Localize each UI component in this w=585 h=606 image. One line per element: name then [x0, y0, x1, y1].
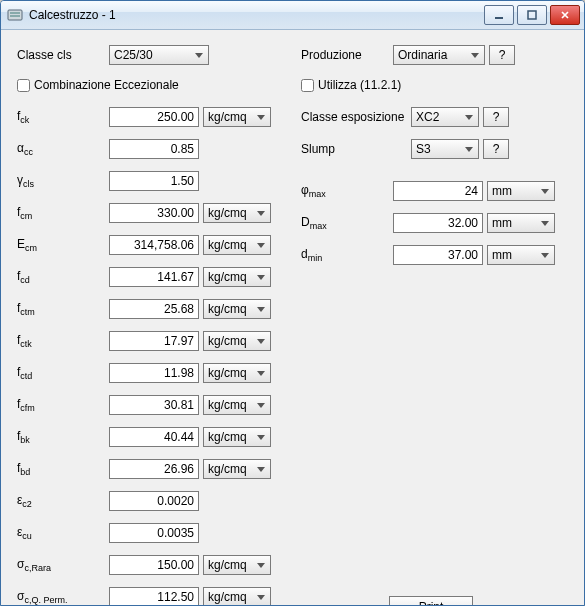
scqp-unit[interactable]: kg/cmq: [203, 587, 271, 606]
fbk-input[interactable]: [109, 427, 199, 447]
fcd-row: fcd kg/cmq: [17, 266, 277, 288]
fbd-input[interactable]: [109, 459, 199, 479]
fck-unit[interactable]: kg/cmq: [203, 107, 271, 127]
svg-rect-2: [10, 15, 20, 17]
acc-label: αcc: [17, 141, 109, 157]
classe-select[interactable]: C25/30: [109, 45, 209, 65]
ecm-row: Ecm kg/cmq: [17, 234, 277, 256]
dmax-row: Dmax mm: [301, 212, 561, 234]
svg-rect-1: [10, 12, 20, 14]
fcm-label: fcm: [17, 205, 109, 221]
fctk-input[interactable]: [109, 331, 199, 351]
dmin-input[interactable]: [393, 245, 483, 265]
fctk-unit[interactable]: kg/cmq: [203, 331, 271, 351]
fctm-input[interactable]: [109, 299, 199, 319]
maximize-button[interactable]: [517, 5, 547, 25]
phimax-row: φmax mm: [301, 180, 561, 202]
fbd-unit[interactable]: kg/cmq: [203, 459, 271, 479]
produzione-row: Produzione Ordinaria ?: [301, 44, 561, 66]
fctk-label: fctk: [17, 333, 109, 349]
scqp-input[interactable]: [109, 587, 199, 606]
ec2-row: εc2: [17, 490, 277, 512]
esposizione-help-button[interactable]: ?: [483, 107, 509, 127]
fbk-unit[interactable]: kg/cmq: [203, 427, 271, 447]
print-button[interactable]: Print: [389, 596, 473, 606]
utilizza-checkbox[interactable]: [301, 79, 314, 92]
ecu-label: εcu: [17, 525, 109, 541]
svg-rect-3: [495, 17, 503, 19]
esposizione-row: Classe esposizione XC2 ?: [301, 106, 561, 128]
fcfm-unit[interactable]: kg/cmq: [203, 395, 271, 415]
ecm-unit[interactable]: kg/cmq: [203, 235, 271, 255]
client-area: Classe cls C25/30 Combinazione Ecceziona…: [1, 30, 584, 606]
dmax-label: Dmax: [301, 215, 393, 231]
scrara-input[interactable]: [109, 555, 199, 575]
gcls-label: γcls: [17, 173, 109, 189]
fctm-label: fctm: [17, 301, 109, 317]
fctk-row: fctk kg/cmq: [17, 330, 277, 352]
slump-label: Slump: [301, 142, 411, 156]
acc-input[interactable]: [109, 139, 199, 159]
window-buttons: [484, 5, 580, 25]
scrara-unit[interactable]: kg/cmq: [203, 555, 271, 575]
combo-checkbox-row[interactable]: Combinazione Eccezionale: [17, 76, 277, 94]
ec2-label: εc2: [17, 493, 109, 509]
print-row: Print: [301, 596, 561, 606]
utilizza-label: Utilizza (11.2.1): [318, 78, 401, 92]
fctd-label: fctd: [17, 365, 109, 381]
produzione-select[interactable]: Ordinaria: [393, 45, 485, 65]
fcfm-label: fcfm: [17, 397, 109, 413]
dmin-label: dmin: [301, 247, 393, 263]
close-button[interactable]: [550, 5, 580, 25]
slump-help-button[interactable]: ?: [483, 139, 509, 159]
phimax-input[interactable]: [393, 181, 483, 201]
fctd-unit[interactable]: kg/cmq: [203, 363, 271, 383]
ecu-input[interactable]: [109, 523, 199, 543]
fcfm-input[interactable]: [109, 395, 199, 415]
gcls-input[interactable]: [109, 171, 199, 191]
ecm-input[interactable]: [109, 235, 199, 255]
dmin-unit[interactable]: mm: [487, 245, 555, 265]
acc-row: αcc: [17, 138, 277, 160]
dmax-unit[interactable]: mm: [487, 213, 555, 233]
phimax-label: φmax: [301, 183, 393, 199]
fck-row: fck kg/cmq: [17, 106, 277, 128]
ecu-row: εcu: [17, 522, 277, 544]
dmax-input[interactable]: [393, 213, 483, 233]
esposizione-label: Classe esposizione: [301, 110, 411, 124]
scrara-row: σc,Rara kg/cmq: [17, 554, 277, 576]
combo-checkbox[interactable]: [17, 79, 30, 92]
fcd-input[interactable]: [109, 267, 199, 287]
fbk-row: fbk kg/cmq: [17, 426, 277, 448]
fcd-label: fcd: [17, 269, 109, 285]
window-title: Calcestruzzo - 1: [29, 8, 484, 22]
app-icon: [7, 7, 23, 23]
slump-select[interactable]: S3: [411, 139, 479, 159]
fcfm-row: fcfm kg/cmq: [17, 394, 277, 416]
fcm-input[interactable]: [109, 203, 199, 223]
ec2-input[interactable]: [109, 491, 199, 511]
esposizione-select[interactable]: XC2: [411, 107, 479, 127]
fctd-row: fctd kg/cmq: [17, 362, 277, 384]
dmin-row: dmin mm: [301, 244, 561, 266]
fcm-row: fcm kg/cmq: [17, 202, 277, 224]
scrara-label: σc,Rara: [17, 557, 109, 573]
fctm-unit[interactable]: kg/cmq: [203, 299, 271, 319]
fcm-unit[interactable]: kg/cmq: [203, 203, 271, 223]
right-column: Produzione Ordinaria ? Utilizza (11.2.1)…: [301, 44, 561, 606]
fcd-unit[interactable]: kg/cmq: [203, 267, 271, 287]
ecm-label: Ecm: [17, 237, 109, 253]
fck-input[interactable]: [109, 107, 199, 127]
utilizza-checkbox-row[interactable]: Utilizza (11.2.1): [301, 76, 561, 94]
produzione-help-button[interactable]: ?: [489, 45, 515, 65]
left-column: Classe cls C25/30 Combinazione Ecceziona…: [17, 44, 277, 606]
minimize-button[interactable]: [484, 5, 514, 25]
gcls-row: γcls: [17, 170, 277, 192]
classe-label: Classe cls: [17, 48, 109, 62]
phimax-unit[interactable]: mm: [487, 181, 555, 201]
fck-label: fck: [17, 109, 109, 125]
fctm-row: fctm kg/cmq: [17, 298, 277, 320]
titlebar: Calcestruzzo - 1: [1, 1, 584, 30]
window: Calcestruzzo - 1 Classe cls C25/30 Combi…: [0, 0, 585, 606]
fctd-input[interactable]: [109, 363, 199, 383]
